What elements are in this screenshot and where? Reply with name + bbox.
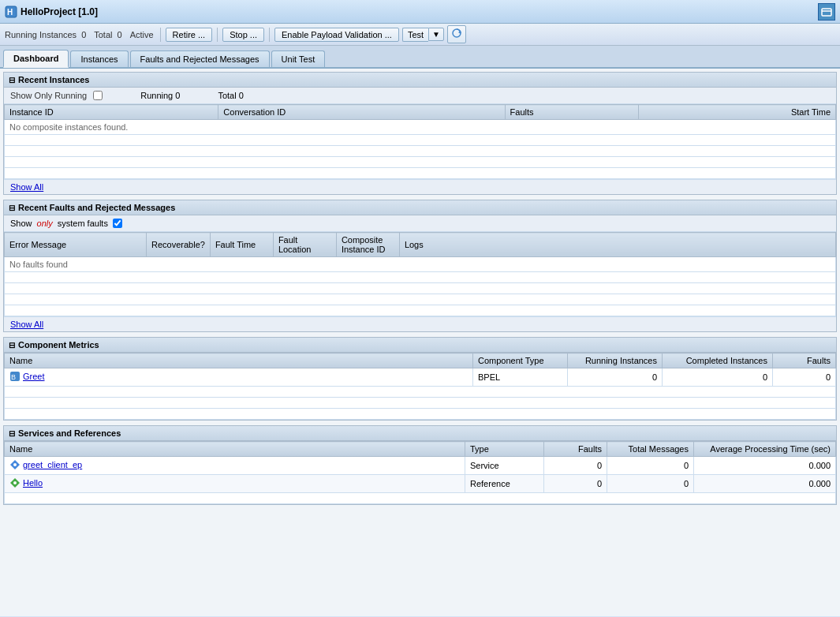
metrics-col-name: Name [5,353,473,368]
svg-text:B: B [11,373,16,381]
services-table: Name Type Faults Total Messages Average … [4,441,836,504]
sep1 [160,28,161,42]
greet-client-icon [9,459,21,470]
refresh-button[interactable] [447,25,466,43]
svc-hello-avg: 0.000 [694,475,836,493]
metrics-row-greet: B Greet BPEL 0 0 0 [5,368,836,387]
svc-col-name: Name [5,442,465,457]
instances-col-conv: Conversation ID [218,105,505,120]
svc-hello-total: 0 [607,475,694,493]
tab-instances[interactable]: Instances [70,50,128,67]
faults-table: Error Message Recoverable? Fault Time Fa… [4,232,836,316]
svg-point-9 [13,463,17,466]
faults-empty-row2 [5,283,836,294]
component-metrics-header: ⊟ Component Metrics [4,338,836,353]
recent-faults-title: Recent Faults and Rejected Messages [18,203,175,212]
services-references-section: ⊟ Services and References Name Type Faul… [3,425,837,505]
system-faults-label: system faults [58,219,108,228]
sep3 [269,28,270,42]
retire-button[interactable]: Retire ... [166,28,213,42]
faults-show-all[interactable]: Show All [4,316,836,331]
metrics-greet-type: BPEL [473,368,568,387]
faults-col-error: Error Message [5,233,147,257]
metrics-col-faults: Faults [773,353,836,368]
recent-instances-title: Recent Instances [18,75,89,84]
show-faults-label: Show [10,219,32,228]
faults-col-composite: Composite Instance ID [336,233,399,257]
tab-bar: Dashboard Instances Faults and Rejected … [0,46,840,69]
running-stat-label: Running [140,91,173,100]
test-button[interactable]: Test [402,28,428,42]
running-stat: Running 0 [140,91,180,100]
toolbar: Running Instances 0 Total 0 Active Retir… [0,24,840,46]
svc-row-hello: Hello Reference 0 0 0.000 [5,475,836,493]
recent-faults-section: ⊟ Recent Faults and Rejected Messages Sh… [3,200,837,332]
tab-faults[interactable]: Faults and Rejected Messages [130,50,270,67]
faults-empty-row3 [5,294,836,305]
total-stat-label: Total [218,91,236,100]
faults-col-logs: Logs [399,233,835,257]
recent-faults-header: ⊟ Recent Faults and Rejected Messages [4,200,836,215]
test-dropdown-arrow[interactable]: ▼ [428,28,444,41]
system-faults-checkbox[interactable] [113,219,122,228]
test-group: Test ▼ [402,28,444,42]
tab-unittest[interactable]: Unit Test [271,50,326,67]
hello-link[interactable]: Hello [23,478,43,488]
faults-empty-row4 [5,305,836,316]
instances-col-faults: Faults [505,105,639,120]
svc-col-faults: Faults [544,442,607,457]
corner-button[interactable] [818,3,835,21]
active-label: Active [130,30,154,39]
show-only-running-checkbox[interactable] [93,91,103,100]
metrics-toggle[interactable]: ⊟ [9,341,15,350]
svc-greet-client-total: 0 [607,457,694,475]
instances-col-id: Instance ID [5,105,218,120]
metrics-greet-faults: 0 [773,368,836,387]
faults-no-data-row: No faults found [5,257,836,272]
total-label: Total [94,30,112,39]
total-stat: Total 0 [218,91,243,100]
instances-empty-row4 [5,168,836,179]
total-value: 0 [118,30,122,39]
svc-col-total: Total Messages [607,442,694,457]
faults-col-location: Fault Location [273,233,336,257]
faults-toggle[interactable]: ⊟ [9,204,15,212]
running-instances-label: Running Instances [5,30,77,39]
instances-empty-row3 [5,157,836,168]
component-metrics-title: Component Metrics [18,340,99,350]
svc-greet-client-type: Service [465,457,544,475]
metrics-greet-completed: 0 [663,368,773,387]
greet-link[interactable]: Greet [23,372,45,381]
payload-button[interactable]: Enable Payload Validation ... [274,28,399,42]
svc-greet-client-faults: 0 [544,457,607,475]
instances-no-data: No composite instances found. [5,120,836,135]
greet-client-link[interactable]: greet_client_ep [23,460,82,469]
running-instances-value: 0 [81,30,86,39]
tab-dashboard[interactable]: Dashboard [3,50,69,68]
faults-empty-row1 [5,272,836,283]
svg-point-11 [13,481,17,484]
window-icon: H [5,6,17,18]
faults-no-data: No faults found [5,257,836,272]
svc-col-type: Type [465,442,544,457]
faults-col-recoverable: Recoverable? [147,233,211,257]
instances-table: Instance ID Conversation ID Faults Start… [4,104,836,179]
instances-show-all[interactable]: Show All [4,179,836,194]
window-title: HelloProject [1.0] [21,6,818,17]
stop-button[interactable]: Stop ... [222,28,264,42]
show-only-running-label: Show Only Running [10,91,87,100]
metrics-greet-name: B Greet [5,368,473,387]
svc-hello-type: Reference [465,475,544,493]
only-label: only [37,219,53,228]
main-content: ⊟ Recent Instances Show Only Running Run… [0,69,840,616]
instances-no-data-row: No composite instances found. [5,120,836,135]
services-toggle[interactable]: ⊟ [9,429,15,438]
svg-text:H: H [7,8,13,17]
recent-instances-section: ⊟ Recent Instances Show Only Running Run… [3,72,837,195]
running-stat-value: 0 [175,91,180,100]
faults-col-time: Fault Time [210,233,273,257]
svc-greet-client-name: greet_client_ep [5,457,465,475]
metrics-col-type: Component Type [473,353,568,368]
instances-toggle[interactable]: ⊟ [9,76,15,84]
sep2 [217,28,218,42]
